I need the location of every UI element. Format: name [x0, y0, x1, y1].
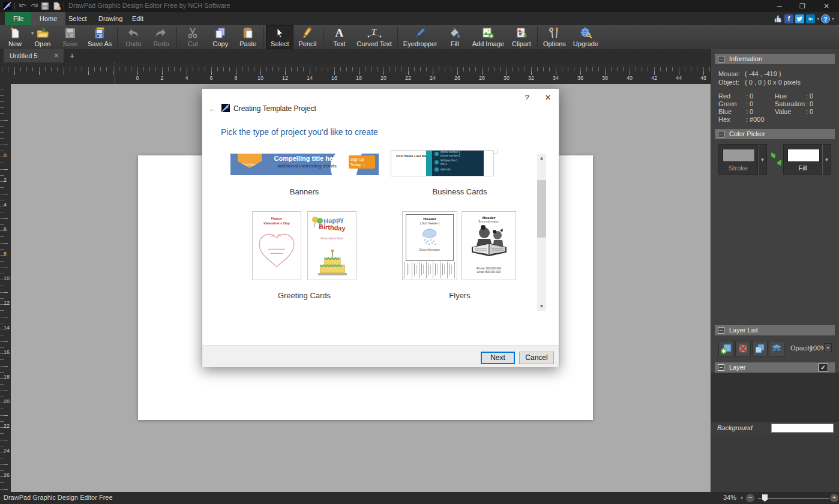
- select-button[interactable]: Select: [266, 25, 293, 49]
- title-bar: DrawPad Graphic Design Editor Free by NC…: [0, 0, 839, 12]
- clipart-button[interactable]: Clipart: [508, 25, 535, 49]
- template-thumb-valentine-card[interactable]: HappyValentine's Day: [252, 211, 301, 280]
- twitter-icon[interactable]: [795, 14, 804, 23]
- facebook-icon[interactable]: f: [784, 14, 793, 23]
- ruler-number: 16: [331, 75, 337, 81]
- delete-layer-button[interactable]: [735, 341, 751, 356]
- new-button[interactable]: ▾ New: [1, 25, 29, 49]
- like-icon[interactable]: [774, 14, 783, 23]
- chevron-down-icon[interactable]: ▾: [817, 16, 819, 22]
- ruler-number: 28: [479, 75, 485, 81]
- collapse-icon[interactable]: –: [718, 131, 724, 137]
- category-banners[interactable]: Banners: [290, 187, 319, 196]
- paste-button[interactable]: Paste: [234, 25, 262, 49]
- ruler-number: 34: [553, 75, 559, 81]
- dialog-back-icon[interactable]: ←: [208, 103, 217, 113]
- pencil-button[interactable]: Pencil: [293, 25, 321, 49]
- dialog-help-button[interactable]: ?: [522, 92, 532, 103]
- layer-header[interactable]: – Layer: [715, 362, 835, 373]
- collapse-icon[interactable]: –: [718, 56, 724, 62]
- new-tab-button[interactable]: +: [67, 51, 77, 61]
- upgrade-button[interactable]: Upgrade: [570, 25, 602, 49]
- tab-untitled-5[interactable]: Untitled 5 ✕: [4, 49, 64, 62]
- scrollbar-thumb[interactable]: [537, 180, 546, 238]
- close-button[interactable]: ✕: [817, 0, 835, 12]
- green-label: Green: [718, 100, 737, 107]
- layer-list-header[interactable]: – Layer List: [715, 325, 835, 335]
- scroll-up-icon[interactable]: ▲: [537, 154, 546, 163]
- divider: [397, 27, 398, 47]
- save-button: Save: [56, 25, 84, 49]
- opacity-dropdown-icon[interactable]: ▼: [824, 343, 832, 352]
- add-layer-button[interactable]: [718, 341, 734, 356]
- tab-label: Untitled 5: [10, 52, 37, 59]
- merge-layers-button[interactable]: [769, 341, 784, 356]
- zoom-in-button[interactable]: +: [830, 494, 838, 502]
- category-business-cards[interactable]: Business Cards: [432, 187, 487, 196]
- save-as-button[interactable]: Save As: [84, 25, 115, 49]
- zoom-value[interactable]: 34%: [723, 494, 736, 501]
- collapse-icon[interactable]: –: [718, 364, 724, 371]
- stroke-dropdown-icon[interactable]: ▼: [758, 144, 767, 175]
- text-button[interactable]: A Text: [325, 25, 353, 49]
- dialog-close-icon[interactable]: ✕: [542, 92, 554, 103]
- new-quick-icon[interactable]: [52, 2, 61, 10]
- dialog-title: Creating Template Project: [233, 104, 316, 113]
- zoom-slider-track[interactable]: [758, 498, 829, 499]
- layer-visibility-checkbox[interactable]: ✓: [818, 364, 828, 371]
- divider: [537, 27, 538, 47]
- ruler-number: 36: [577, 75, 583, 81]
- save-quick-icon[interactable]: [41, 2, 49, 10]
- menu-file[interactable]: File: [5, 12, 32, 25]
- eyedropper-button[interactable]: Eyedropper: [400, 25, 441, 49]
- zoom-dropdown-icon[interactable]: ▴: [741, 494, 743, 500]
- category-greeting-cards[interactable]: Greeting Cards: [278, 291, 331, 300]
- maximize-button[interactable]: ❐: [793, 0, 811, 12]
- zoom-slider-handle[interactable]: [762, 494, 768, 502]
- layer-content-area[interactable]: [711, 373, 839, 422]
- redo-quick-icon[interactable]: [30, 2, 38, 10]
- menu-edit[interactable]: Edit: [124, 12, 152, 25]
- information-header[interactable]: – Information: [715, 54, 835, 64]
- banner-title: Compelling title here: [268, 155, 346, 162]
- add-image-button[interactable]: Add Image: [469, 25, 508, 49]
- fill-button[interactable]: Fill: [441, 25, 469, 49]
- template-thumb-flyer-tearoff[interactable]: Header [ Sub Header ] Extra information: [402, 211, 457, 280]
- next-button[interactable]: Next: [481, 352, 515, 364]
- undo-quick-icon[interactable]: [19, 2, 27, 10]
- collapse-icon[interactable]: –: [718, 327, 724, 334]
- ruler-number: 0: [136, 75, 139, 81]
- ruler-number: 44: [676, 75, 682, 81]
- curved-text-button[interactable]: T Curved Text: [353, 25, 395, 49]
- template-thumb-banners[interactable]: Your logo Compelling title here addition…: [230, 154, 379, 177]
- minimize-button[interactable]: ─: [771, 0, 789, 12]
- chevron-down-icon[interactable]: ▾: [832, 16, 834, 22]
- duplicate-layer-button[interactable]: [752, 341, 768, 356]
- swap-colors-icon[interactable]: [769, 151, 783, 167]
- divider: [323, 27, 323, 47]
- linkedin-icon[interactable]: in: [806, 14, 815, 23]
- tab-close-icon[interactable]: ✕: [54, 49, 59, 62]
- stroke-color-button[interactable]: Stroke: [718, 144, 758, 175]
- template-thumb-birthday-card[interactable]: Happy Birthday Personalized Note: [307, 211, 356, 280]
- copy-button[interactable]: Copy: [206, 25, 234, 49]
- background-color-swatch[interactable]: [771, 424, 834, 433]
- open-button[interactable]: Open: [29, 25, 56, 49]
- add-image-icon: [481, 26, 495, 40]
- app-logo-icon: [3, 2, 11, 10]
- cancel-button[interactable]: Cancel: [519, 352, 554, 364]
- template-thumb-flyer-reading[interactable]: Header Extra information Phone: 800-000-…: [462, 211, 516, 280]
- options-button[interactable]: Options: [540, 25, 570, 49]
- scroll-down-icon[interactable]: ▼: [537, 302, 546, 311]
- dialog-scrollbar[interactable]: ▲ ▼: [537, 154, 546, 311]
- fill-color-button[interactable]: Fill: [783, 144, 822, 175]
- main-toolbar: ▾ New Open Save Save As Undo Redo Cut Co…: [0, 25, 839, 49]
- ruler-number: 20: [4, 398, 10, 404]
- banner-subtitle: additional inetresting details: [263, 163, 350, 169]
- template-thumb-business-cards[interactable]: First Name Last Name Title phone number …: [391, 149, 499, 177]
- color-picker-header[interactable]: – Color Picker: [715, 129, 835, 139]
- category-flyers[interactable]: Flyers: [449, 291, 470, 300]
- help-icon[interactable]: ?: [821, 14, 830, 23]
- zoom-out-button[interactable]: −: [746, 494, 754, 502]
- fill-dropdown-icon[interactable]: ▼: [822, 144, 831, 175]
